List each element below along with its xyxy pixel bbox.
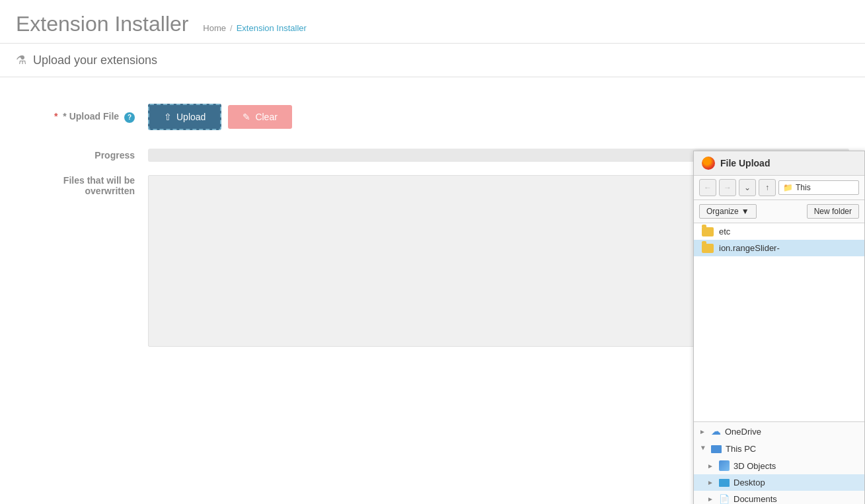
organize-label: Organize xyxy=(706,207,739,216)
clear-button[interactable]: ✎ Clear xyxy=(228,105,291,129)
page-header: Extension Installer Home / Extension Ins… xyxy=(0,0,865,43)
nav-dropdown-button[interactable]: ⌄ xyxy=(739,179,756,196)
file-item[interactable]: etc xyxy=(694,223,864,240)
upload-button-label: Upload xyxy=(176,112,206,122)
nav-up-button[interactable]: ↑ xyxy=(759,179,776,196)
breadcrumb: Home / Extension Installer xyxy=(203,23,307,33)
dialog-actions: Organize ▼ New folder xyxy=(694,200,864,223)
clear-eraser-icon: ✎ xyxy=(243,112,250,122)
path-text: This xyxy=(796,183,811,192)
dialog-toolbar: ← → ⌄ ↑ 📁 This xyxy=(694,176,864,200)
new-folder-label: New folder xyxy=(814,207,852,216)
path-bar: 📁 This xyxy=(778,180,859,195)
files-label: Files that will be overwritten xyxy=(16,175,148,196)
progress-label: Progress xyxy=(16,150,148,161)
folder-icon xyxy=(702,227,714,236)
new-folder-button[interactable]: New folder xyxy=(807,204,859,219)
required-star: * xyxy=(54,111,57,122)
nav-back-button[interactable]: ← xyxy=(699,179,716,196)
path-folder-icon: 📁 xyxy=(783,183,793,192)
dialog-title: File Upload xyxy=(720,158,770,168)
puzzle-piece-icon: ⚗ xyxy=(16,53,26,67)
breadcrumb-current[interactable]: Extension Installer xyxy=(237,23,307,33)
upload-arrow-icon: ⇧ xyxy=(164,112,172,122)
section-header: ⚗ Upload your extensions xyxy=(0,44,865,77)
file-name: etc xyxy=(719,227,730,236)
nav-forward-button[interactable]: → xyxy=(719,179,736,196)
upload-label-text: * Upload File xyxy=(63,111,119,122)
clear-button-label: Clear xyxy=(255,112,277,122)
file-upload-dialog: File Upload ← → ⌄ ↑ 📁 This Organize ▼ Ne… xyxy=(693,151,865,368)
page-title: Extension Installer xyxy=(16,12,188,36)
folder-icon xyxy=(702,244,714,253)
file-item-selected[interactable]: ion.rangeSlider- xyxy=(694,240,864,256)
dialog-filelist[interactable]: etc ion.rangeSlider- xyxy=(694,223,864,368)
section-title: Upload your extensions xyxy=(33,54,157,67)
form-controls: ⇧ Upload ✎ Clear xyxy=(148,104,292,130)
breadcrumb-home[interactable]: Home xyxy=(203,23,226,33)
file-name: ion.rangeSlider- xyxy=(719,243,780,253)
firefox-icon xyxy=(702,157,715,170)
upload-button[interactable]: ⇧ Upload xyxy=(148,104,221,130)
organize-button[interactable]: Organize ▼ xyxy=(699,204,757,219)
breadcrumb-sep: / xyxy=(230,23,233,33)
upload-label: * * Upload File ? xyxy=(16,111,148,123)
organize-arrow-icon: ▼ xyxy=(741,207,749,216)
dialog-titlebar: File Upload xyxy=(694,151,864,176)
help-icon[interactable]: ? xyxy=(124,112,135,123)
upload-row: * * Upload File ? ⇧ Upload ✎ Clear xyxy=(0,93,865,141)
